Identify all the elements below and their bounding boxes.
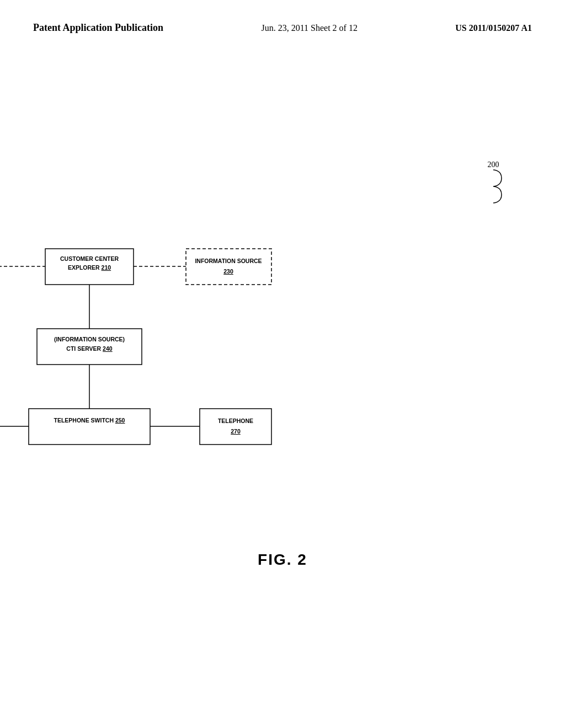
page-header: Patent Application Publication Jun. 23, …: [0, 0, 565, 45]
diagram-svg: INFORMATION SOURCE 220 CUSTOMER CENTER E…: [0, 238, 282, 524]
svg-rect-6: [186, 249, 271, 285]
svg-rect-21: [200, 409, 271, 445]
header-center: Jun. 23, 2011 Sheet 2 of 12: [261, 23, 358, 33]
svg-rect-3: [45, 249, 134, 285]
svg-rect-12: [37, 329, 142, 365]
header-left: Patent Application Publication: [33, 22, 163, 34]
diagram-area: 200 INFORMATION SOURCE 220 CUSTOMER CENT…: [0, 45, 565, 679]
svg-text:230: 230: [223, 268, 233, 275]
svg-text:EXPLORER 210: EXPLORER 210: [68, 264, 111, 271]
svg-text:270: 270: [231, 428, 241, 435]
curly-brace-icon: [477, 167, 510, 206]
fig-label: FIG. 2: [258, 551, 307, 569]
ref-200-group: 200: [477, 160, 510, 208]
svg-text:CUSTOMER CENTER: CUSTOMER CENTER: [60, 255, 119, 262]
svg-rect-16: [29, 409, 150, 445]
svg-text:INFORMATION SOURCE: INFORMATION SOURCE: [195, 258, 262, 264]
header-right: US 2011/0150207 A1: [455, 23, 532, 33]
svg-text:(INFORMATION SOURCE): (INFORMATION SOURCE): [54, 336, 125, 342]
svg-text:TELEPHONE: TELEPHONE: [218, 417, 253, 424]
svg-text:CTI SERVER 240: CTI SERVER 240: [66, 345, 112, 352]
svg-text:TELEPHONE SWITCH 250: TELEPHONE SWITCH 250: [54, 417, 125, 424]
